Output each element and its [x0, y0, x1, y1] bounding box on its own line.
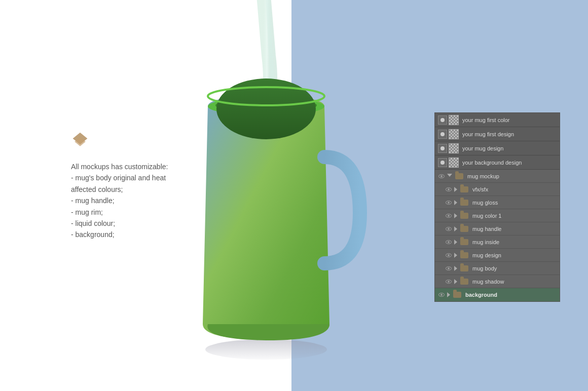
layer-label: mug mockup — [467, 173, 558, 179]
visibility-toggle[interactable] — [438, 158, 447, 167]
layer-folder-mug-gloss[interactable]: mug gloss — [435, 196, 560, 209]
folder-icon — [460, 213, 468, 219]
layer-label: your background design — [462, 160, 557, 166]
layer-label: mug inside — [472, 239, 558, 245]
folder-icon — [460, 200, 468, 206]
folder-layers-section: mug mockup vfx/sfx mug gloss mug color 1 — [435, 170, 560, 301]
visibility-toggle[interactable] — [438, 130, 447, 139]
folder-icon — [453, 292, 461, 298]
mug-illustration — [157, 0, 400, 386]
collapse-arrow-icon[interactable] — [454, 279, 457, 284]
layer-label: mug handle — [472, 226, 558, 232]
layer-folder-mug-inside[interactable]: mug inside — [435, 236, 560, 249]
eye-icon[interactable] — [446, 240, 452, 244]
layer-label: your mug first design — [462, 131, 557, 137]
svg-point-2 — [205, 339, 327, 360]
top-layers-section: your mug first color your mug first desi… — [435, 113, 560, 170]
layer-label: vfx/sfx — [472, 186, 558, 192]
eye-icon[interactable] — [446, 201, 452, 205]
folder-icon — [460, 265, 468, 271]
eye-icon[interactable] — [446, 266, 452, 270]
layer-label: mug design — [472, 252, 558, 258]
collapse-arrow-icon[interactable] — [454, 226, 457, 231]
layer-label: mug body — [472, 265, 558, 271]
layers-diamond-icon — [71, 132, 89, 150]
layer-row-your-mug-first-design[interactable]: your mug first design — [435, 127, 560, 141]
layer-label: mug shadow — [472, 279, 558, 285]
eye-icon[interactable] — [446, 214, 452, 218]
layer-folder-mug-handle[interactable]: mug handle — [435, 222, 560, 236]
thumb-pattern — [449, 130, 458, 139]
layer-row-your-background-design[interactable]: your background design — [435, 155, 560, 170]
folder-icon — [460, 186, 468, 192]
layer-label: your mug design — [462, 145, 557, 151]
collapse-arrow-icon[interactable] — [454, 266, 457, 271]
layer-folder-mug-color-1[interactable]: mug color 1 — [435, 209, 560, 222]
visibility-toggle[interactable] — [438, 144, 447, 153]
folder-icon — [460, 279, 468, 285]
eye-icon[interactable] — [446, 227, 452, 231]
left-panel: All mockups has customizable: - mug's bo… — [71, 132, 193, 241]
layer-thumbnail — [449, 158, 459, 168]
layer-folder-mug-shadow[interactable]: mug shadow — [435, 275, 560, 288]
folder-icon — [460, 239, 468, 245]
vis-indicator — [440, 118, 445, 122]
description-text: All mockups has customizable: - mug's bo… — [71, 161, 193, 241]
layer-thumbnail — [449, 115, 459, 125]
folder-icon — [460, 252, 468, 258]
folder-icon — [460, 226, 468, 232]
visibility-toggle[interactable] — [438, 115, 447, 125]
layers-panel: your mug first color your mug first desi… — [434, 112, 560, 302]
collapse-arrow-icon[interactable] — [454, 187, 457, 192]
layer-thumbnail — [449, 129, 459, 139]
vis-indicator — [440, 146, 445, 150]
thumb-pattern — [449, 144, 458, 153]
layer-folder-background[interactable]: background — [435, 288, 560, 301]
eye-icon[interactable] — [446, 280, 452, 284]
layer-label: your mug first color — [462, 117, 557, 123]
collapse-arrow-icon[interactable] — [454, 213, 457, 218]
layer-folder-mug-mockup[interactable]: mug mockup — [435, 170, 560, 183]
layer-folder-mug-body[interactable]: mug body — [435, 262, 560, 275]
layer-label: background — [465, 292, 558, 298]
collapse-arrow-icon[interactable] — [454, 240, 457, 245]
eye-icon[interactable] — [446, 187, 452, 191]
layer-thumbnail — [449, 143, 459, 153]
thumb-pattern — [449, 115, 458, 125]
layer-label: mug gloss — [472, 200, 558, 206]
eye-icon[interactable] — [438, 293, 445, 297]
eye-icon[interactable] — [438, 174, 445, 178]
collapse-arrow-icon[interactable] — [447, 292, 450, 297]
layer-folder-mug-design[interactable]: mug design — [435, 249, 560, 262]
expand-arrow-icon[interactable] — [447, 174, 452, 179]
layer-row-your-mug-first-color[interactable]: your mug first color — [435, 113, 560, 127]
vis-indicator — [440, 161, 445, 165]
vis-indicator — [440, 132, 445, 136]
collapse-arrow-icon[interactable] — [454, 200, 457, 205]
layer-row-your-mug-design[interactable]: your mug design — [435, 141, 560, 155]
layer-folder-vfx-sfx[interactable]: vfx/sfx — [435, 183, 560, 196]
layer-label: mug color 1 — [472, 213, 558, 219]
collapse-arrow-icon[interactable] — [454, 253, 457, 258]
thumb-pattern — [449, 158, 458, 167]
eye-icon[interactable] — [446, 253, 452, 257]
folder-icon — [455, 173, 463, 179]
